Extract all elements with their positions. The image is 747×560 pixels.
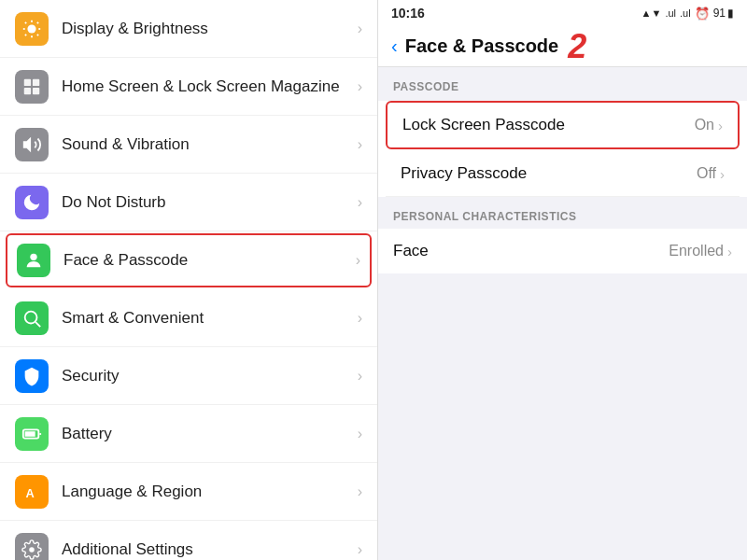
chevron-icon: › (358, 21, 362, 37)
sidebar-item-display-brightness-label: Display & Brightness (62, 20, 358, 38)
svg-text:A: A (26, 485, 35, 499)
security-icon (15, 359, 49, 393)
svg-rect-18 (25, 431, 35, 437)
chevron-icon: › (720, 166, 725, 182)
status-icons: ▲▼ .ul .ul ⏰ 91 ▮ (641, 7, 734, 21)
personal-characteristics-card: Face Enrolled › (378, 229, 747, 273)
chevron-icon: › (358, 368, 362, 385)
chevron-icon: › (358, 194, 362, 211)
sidebar-item-home-lock-screen-label: Home Screen & Lock Screen Magazine (62, 77, 358, 96)
face-passcode-detail-panel: 10:16 ▲▼ .ul .ul ⏰ 91 ▮ ‹ Face & Passcod… (378, 0, 747, 560)
additional-settings-icon (15, 533, 49, 561)
face-value: Enrolled (669, 243, 724, 259)
chevron-icon: › (358, 78, 362, 95)
cellular-icon: .ul (680, 7, 691, 19)
language-region-icon: A (15, 475, 49, 509)
sidebar-item-language-region-label: Language & Region (62, 483, 358, 501)
status-time: 10:16 (391, 6, 425, 21)
lock-screen-passcode-label: Lock Screen Passcode (402, 116, 695, 134)
svg-point-20 (29, 547, 35, 553)
face-item[interactable]: Face Enrolled › (378, 229, 747, 273)
personal-characteristics-section-header: PERSONAL CHARACTERISTICS (378, 197, 747, 229)
signal-icon: ▲▼ (641, 7, 662, 19)
chevron-icon: › (358, 426, 362, 442)
settings-left-panel: Display & Brightness › Home Screen & Loc… (0, 0, 378, 560)
privacy-passcode-value: Off (697, 165, 716, 182)
page-title: Face & Passcode (405, 35, 559, 57)
smart-convenient-icon (15, 301, 49, 335)
chevron-icon: › (356, 252, 360, 269)
sound-vibration-icon (15, 128, 49, 161)
sidebar-item-do-not-disturb-label: Do Not Disturb (62, 193, 358, 212)
sidebar-item-home-lock-screen[interactable]: Home Screen & Lock Screen Magazine › (0, 58, 377, 116)
privacy-passcode-item[interactable]: Privacy Passcode Off › (386, 151, 740, 197)
do-not-disturb-icon (15, 186, 49, 219)
chevron-icon: › (358, 310, 362, 327)
battery-icon (15, 417, 49, 451)
svg-line-16 (35, 322, 40, 327)
svg-line-4 (37, 34, 38, 35)
svg-rect-12 (33, 87, 39, 93)
sidebar-item-sound-vibration[interactable]: Sound & Vibration › (0, 116, 377, 174)
battery-level-text: 91 (713, 7, 726, 20)
svg-line-3 (25, 21, 26, 22)
sidebar-item-do-not-disturb[interactable]: Do Not Disturb › (0, 174, 377, 231)
chevron-icon: › (358, 136, 362, 153)
face-label: Face (393, 242, 669, 260)
svg-line-8 (37, 21, 38, 22)
sidebar-item-security-label: Security (62, 367, 358, 385)
svg-point-15 (25, 311, 37, 323)
battery-icon-status: ▮ (727, 7, 734, 20)
home-lock-screen-icon (15, 70, 49, 104)
svg-point-14 (30, 254, 36, 260)
back-chevron-icon: ‹ (391, 35, 398, 57)
svg-marker-13 (23, 136, 31, 152)
sidebar-item-security[interactable]: Security › (0, 347, 377, 405)
sidebar-item-sound-vibration-label: Sound & Vibration (62, 135, 358, 154)
sidebar-item-additional-settings[interactable]: Additional Settings › (0, 521, 377, 560)
sidebar-item-language-region[interactable]: A Language & Region › (0, 463, 377, 521)
sidebar-item-additional-settings-label: Additional Settings (62, 540, 358, 559)
sidebar-item-battery[interactable]: Battery › (0, 405, 377, 463)
lock-screen-passcode-value: On (695, 117, 714, 133)
passcode-card: Lock Screen Passcode On › Privacy Passco… (378, 101, 747, 197)
svg-rect-9 (24, 78, 31, 85)
chevron-icon: › (358, 541, 362, 558)
svg-point-0 (27, 24, 35, 33)
svg-line-7 (25, 34, 26, 35)
sidebar-item-display-brightness[interactable]: Display & Brightness › (0, 0, 377, 58)
chevron-icon: › (718, 118, 723, 133)
status-bar: 10:16 ▲▼ .ul .ul ⏰ 91 ▮ (378, 0, 747, 26)
content-area: PASSCODE Lock Screen Passcode On › Priva… (378, 67, 747, 560)
lock-screen-passcode-item[interactable]: Lock Screen Passcode On › (386, 101, 740, 149)
sidebar-item-battery-label: Battery (62, 425, 358, 443)
svg-rect-10 (33, 78, 39, 85)
alarm-icon: ⏰ (695, 7, 710, 21)
face-passcode-icon (17, 244, 50, 277)
chevron-icon: › (358, 483, 362, 500)
battery-status: 91 ▮ (713, 7, 734, 20)
wifi-icon: .ul (665, 7, 676, 19)
display-brightness-icon (15, 12, 49, 46)
sidebar-item-smart-convenient[interactable]: Smart & Convenient › (0, 289, 377, 347)
annotation-2: 2 (568, 27, 586, 66)
nav-bar: ‹ Face & Passcode 2 (378, 26, 747, 67)
settings-list: Display & Brightness › Home Screen & Loc… (0, 0, 377, 560)
chevron-icon: › (727, 244, 732, 259)
passcode-section-header: PASSCODE (378, 67, 747, 99)
sidebar-item-face-passcode-label: Face & Passcode (63, 251, 356, 270)
privacy-passcode-label: Privacy Passcode (401, 164, 697, 183)
back-button[interactable]: ‹ (391, 35, 398, 57)
svg-rect-11 (24, 87, 31, 93)
sidebar-item-face-passcode[interactable]: Face & Passcode › 1 (6, 233, 372, 287)
sidebar-item-smart-convenient-label: Smart & Convenient (62, 309, 358, 328)
